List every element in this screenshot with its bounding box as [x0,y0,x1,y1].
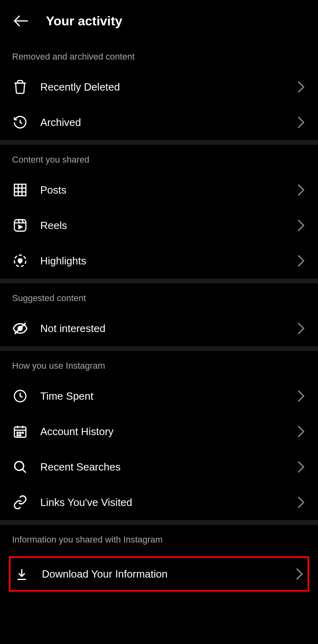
back-button[interactable] [12,12,30,30]
svg-point-20 [17,435,18,436]
menu-label: Recent Searches [40,461,284,473]
menu-item-download-info[interactable]: Download Your Information [10,558,308,590]
section-info-shared: Information you shared with Instagram Do… [0,525,318,592]
arrow-left-icon [12,12,30,30]
menu-label: Recently Deleted [40,81,284,93]
menu-label: Reels [40,219,284,232]
divider [0,140,318,145]
menu-item-reels[interactable]: Reels [0,208,318,243]
svg-point-22 [15,462,24,471]
download-icon [14,566,30,582]
page-title: Your activity [46,14,122,29]
menu-label: Links You've Visited [40,496,284,509]
menu-label: Highlights [40,255,284,267]
section-header: Removed and archived content [0,42,318,69]
section-header: How you use Instagram [0,351,318,378]
menu-item-not-interested[interactable]: Not interested [0,311,318,346]
history-icon [12,114,28,130]
menu-item-posts[interactable]: Posts [0,172,318,208]
chevron-right-icon [296,462,306,472]
highlight-annotation: Download Your Information [9,556,309,592]
header: Your activity [0,0,318,42]
section-how-you-use: How you use Instagram Time Spent Account… [0,351,318,520]
chevron-right-icon [296,427,306,436]
chevron-right-icon [296,82,306,92]
svg-point-18 [19,432,21,433]
menu-label: Archived [40,116,284,129]
chevron-right-icon [296,324,306,333]
menu-label: Download Your Information [42,568,283,580]
svg-rect-0 [14,184,26,196]
menu-item-time-spent[interactable]: Time Spent [0,378,318,414]
chevron-right-icon [296,221,306,230]
menu-label: Account History [40,425,284,438]
section-header: Content you shared [0,145,318,172]
section-header: Suggested content [0,283,318,311]
divider [0,520,318,525]
chevron-right-icon [296,185,306,195]
grid-icon [12,182,28,198]
section-removed-archived: Removed and archived content Recently De… [0,42,318,140]
section-content-shared: Content you shared Posts Reels [0,145,318,279]
section-suggested-content: Suggested content Not interested [0,283,318,346]
eye-off-icon [12,320,28,336]
highlights-icon [12,253,28,269]
chevron-right-icon [296,118,306,127]
menu-label: Time Spent [40,390,284,402]
divider [0,279,318,283]
menu-item-recently-deleted[interactable]: Recently Deleted [0,69,318,105]
reels-icon [12,217,28,233]
calendar-icon [12,423,28,440]
divider [0,346,318,351]
menu-label: Not interested [40,322,284,335]
chevron-right-icon [296,256,306,266]
link-icon [12,494,28,510]
menu-item-links-visited[interactable]: Links You've Visited [0,485,318,520]
section-header: Information you shared with Instagram [0,525,318,552]
menu-label: Posts [40,184,284,196]
menu-item-archived[interactable]: Archived [0,105,318,140]
clock-icon [12,388,28,404]
chevron-right-icon [295,569,304,579]
search-icon [12,459,28,475]
svg-point-19 [22,432,23,433]
svg-point-17 [17,432,18,433]
svg-line-23 [23,469,26,473]
menu-item-account-history[interactable]: Account History [0,414,318,449]
chevron-right-icon [296,391,306,401]
menu-item-recent-searches[interactable]: Recent Searches [0,449,318,485]
trash-icon [12,79,28,95]
menu-item-highlights[interactable]: Highlights [0,243,318,279]
svg-point-21 [19,435,21,436]
chevron-right-icon [296,497,306,507]
